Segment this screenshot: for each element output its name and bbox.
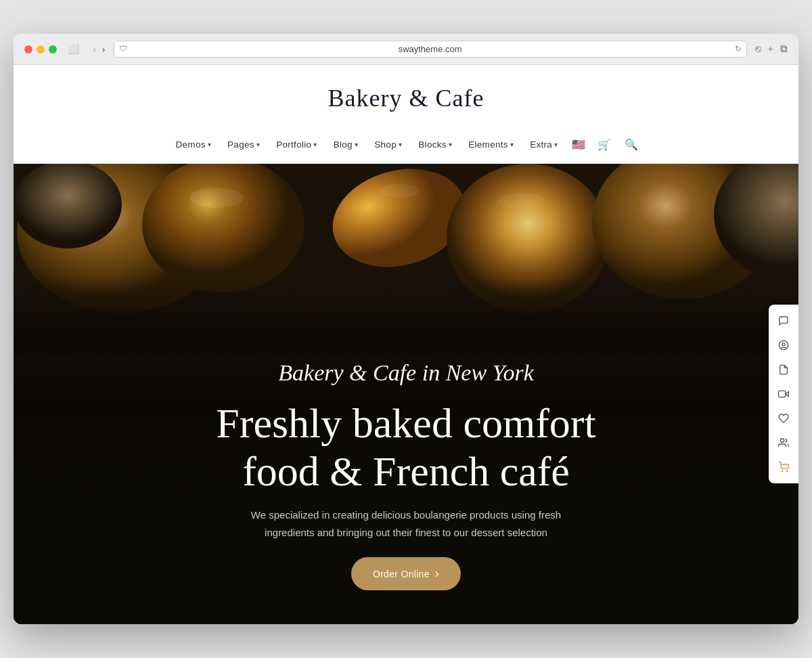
hero-subtext: We specialized in creating delicious bou… [230,506,582,541]
browser-actions: ⎋ + ⧉ [755,43,788,55]
chevron-down-icon: ▾ [554,141,558,148]
nav-item-pages[interactable]: Pages ▾ [221,137,267,152]
nav-label-shop: Shop [374,139,397,150]
maximize-button[interactable] [49,45,57,53]
svg-point-22 [787,470,788,471]
sidebar-icons [769,305,798,483]
nav-item-elements[interactable]: Elements ▾ [461,137,520,152]
share-icon[interactable]: ⎋ [755,43,761,55]
chevron-down-icon: ▾ [256,141,260,148]
nav-label-elements: Elements [468,139,508,150]
nav-item-blog[interactable]: Blog ▾ [327,137,365,152]
nav-label-extra: Extra [530,139,552,150]
chevron-down-icon: ▾ [355,141,358,148]
site-title-text: Bakery & Cafe [328,85,484,112]
chevron-down-icon: ▾ [449,141,452,148]
heart-icon[interactable] [773,408,794,429]
search-nav-icon[interactable]: 🔍 [619,135,644,154]
site-title: Bakery & Cafe [14,84,798,112]
svg-point-21 [782,470,782,471]
browser-chrome: ⬜ ‹ › 🛡 swaytheme.com ↻ ⎋ + ⧉ [14,34,798,65]
nav-label-demos: Demos [175,139,205,150]
minimize-button[interactable] [37,45,45,53]
browser-nav: ‹ › [93,43,106,56]
hero-content: Bakery & Cafe in New York Freshly baked … [14,326,798,624]
nav-label-blog: Blog [334,139,353,150]
user-circle-icon[interactable] [773,334,794,356]
people-icon[interactable] [773,432,794,454]
chevron-down-icon: ▾ [510,141,514,148]
sidebar-cart-icon[interactable] [773,456,794,478]
browser-window: ⬜ ‹ › 🛡 swaytheme.com ↻ ⎋ + ⧉ Bakery & C… [14,34,798,624]
nav-item-shop[interactable]: Shop ▾ [367,137,409,152]
svg-point-17 [782,343,785,346]
nav-item-extra[interactable]: Extra ▾ [523,137,564,152]
address-bar[interactable]: swaytheme.com [114,41,747,58]
nav-label-portfolio: Portfolio [276,139,311,150]
chevron-down-icon: ▾ [313,141,317,148]
nav-bar: Demos ▾ Pages ▾ Portfolio ▾ Blog ▾ Shop [14,126,798,163]
nav-item-blocks[interactable]: Blocks ▾ [411,137,459,152]
chevron-down-icon: ▾ [208,141,211,148]
comment-icon[interactable] [773,310,794,332]
security-icon: 🛡 [119,44,127,54]
refresh-icon[interactable]: ↻ [735,44,742,54]
cta-label: Order Online [373,569,430,579]
hero-heading-line1: Freshly baked comfort [216,400,595,446]
hero-script-text: Bakery & Cafe in New York [278,360,533,386]
hero-section: Bakery & Cafe in New York Freshly baked … [14,164,798,624]
forward-icon[interactable]: › [102,43,105,56]
site-header: Bakery & Cafe Demos ▾ Pages ▾ Portfolio … [14,65,798,164]
nav-item-demos[interactable]: Demos ▾ [168,137,218,152]
svg-marker-18 [786,392,789,397]
cta-arrow-icon: › [435,567,439,581]
address-bar-container: 🛡 swaytheme.com ↻ [114,41,747,58]
document-icon[interactable] [773,359,794,380]
close-button[interactable] [24,45,32,53]
svg-rect-19 [779,391,786,397]
back-icon[interactable]: ‹ [93,43,96,56]
traffic-lights [24,45,57,53]
new-tab-icon[interactable]: + [768,43,773,55]
nav-label-pages: Pages [227,139,254,150]
cart-nav-icon[interactable]: 🛒 [592,135,616,154]
svg-point-20 [780,439,784,442]
nav-item-portfolio[interactable]: Portfolio ▾ [269,137,324,152]
sidebar-toggle-icon[interactable]: ⬜ [68,43,79,55]
order-online-button[interactable]: Order Online › [351,557,461,590]
nav-label-blocks: Blocks [418,139,447,150]
chevron-down-icon: ▾ [399,141,402,148]
video-icon[interactable] [773,383,794,405]
website-content: Bakery & Cafe Demos ▾ Pages ▾ Portfolio … [14,65,798,624]
windows-icon[interactable]: ⧉ [780,43,788,55]
flag-icon[interactable]: 🇺🇸 [572,138,585,151]
hero-heading: Freshly baked comfort food & French café [216,399,595,496]
hero-heading-line2: food & French café [242,448,570,494]
